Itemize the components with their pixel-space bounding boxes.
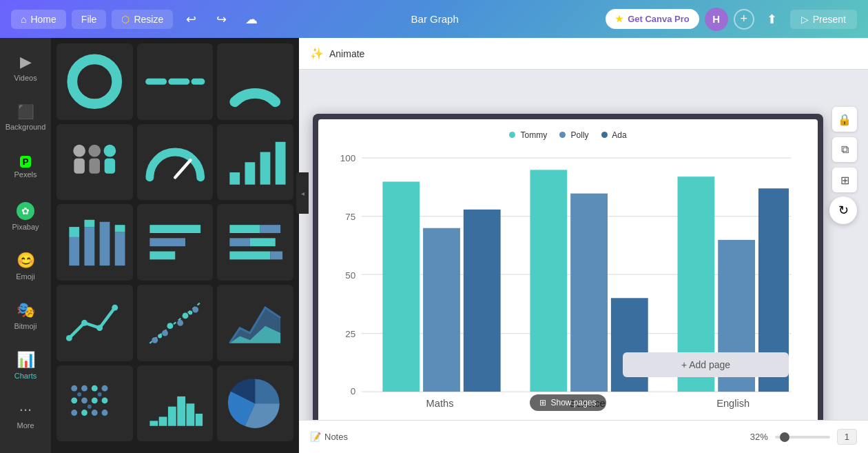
svg-rect-19: [115, 225, 125, 232]
resize-icon: ⬡: [121, 14, 130, 25]
asset-line-chart[interactable]: [56, 285, 133, 361]
add-collaborator-button[interactable]: +: [734, 9, 754, 30]
chart-card[interactable]: Tommy Polly Ada 100 75 50 25 0: [313, 114, 823, 433]
svg-line-8: [175, 160, 190, 177]
svg-rect-16: [85, 220, 95, 227]
svg-point-34: [152, 337, 158, 343]
svg-rect-20: [149, 225, 200, 234]
header: ⌂ Home File ⬡ Resize ↩ ↪ ☁ Bar Graph ★ G…: [0, 0, 868, 38]
emoji-icon: 😊: [17, 252, 35, 270]
bar-science-ada: [611, 298, 648, 392]
share-button[interactable]: ⬆: [760, 7, 785, 32]
svg-rect-3: [74, 158, 84, 173]
sidebar-item-emoji[interactable]: 😊 Emoji: [1, 242, 50, 290]
svg-point-44: [71, 385, 77, 391]
svg-point-51: [102, 397, 108, 403]
animate-icon: ✨: [310, 47, 324, 60]
legend-tommy: Tommy: [509, 130, 547, 140]
sidebar-item-pixabay[interactable]: ✿ Pixabay: [1, 192, 50, 241]
asset-arc[interactable]: [217, 43, 293, 120]
svg-rect-9: [230, 172, 240, 185]
svg-rect-61: [168, 406, 176, 425]
svg-point-48: [71, 397, 77, 403]
grid-icon: ⊞: [539, 398, 546, 407]
chart-inner: Tommy Polly Ada 100 75 50 25 0: [318, 119, 818, 427]
cloud-button[interactable]: ☁: [239, 7, 264, 32]
animate-bar: ✨ Animate: [299, 38, 868, 70]
svg-point-2: [73, 145, 85, 157]
notes-icon: 📝: [310, 432, 321, 442]
redo-button[interactable]: ↪: [209, 7, 234, 32]
asset-people[interactable]: [56, 124, 133, 201]
asset-area-chart[interactable]: [217, 285, 293, 361]
svg-point-39: [192, 307, 198, 313]
svg-point-45: [81, 385, 87, 391]
svg-point-56: [77, 392, 81, 396]
hide-panel-button[interactable]: ◂: [296, 172, 309, 214]
bottom-bar: 📝 Notes 32% 1: [299, 420, 868, 453]
bar-maths-tommy: [382, 181, 420, 392]
get-canva-button[interactable]: ★ Get Canva Pro: [606, 9, 699, 29]
svg-text:100: 100: [340, 153, 355, 163]
asset-stacked-horizontal[interactable]: [217, 204, 293, 281]
show-pages-button[interactable]: ⊞ Show pages: [530, 394, 606, 411]
undo-button[interactable]: ↩: [178, 7, 203, 32]
svg-rect-10: [245, 162, 256, 184]
svg-point-4: [88, 145, 101, 157]
svg-point-58: [87, 404, 92, 408]
sidebar-item-more[interactable]: ··· More: [1, 391, 50, 439]
bar-maths-ada: [464, 210, 501, 392]
asset-dash-line[interactable]: [137, 43, 214, 120]
bar-science-tommy: [530, 170, 567, 392]
asset-histogram[interactable]: [137, 365, 214, 442]
svg-point-40: [158, 334, 162, 339]
sidebar-item-charts[interactable]: 📊 Charts: [1, 341, 50, 390]
sidebar-item-bitmoji[interactable]: 🎭 Bitmoji: [1, 292, 50, 340]
refresh-button[interactable]: ↻: [829, 197, 857, 224]
svg-rect-11: [260, 152, 271, 184]
svg-text:25: 25: [345, 329, 355, 339]
zoom-level: 32%: [750, 432, 768, 442]
file-button[interactable]: File: [72, 10, 107, 29]
legend-ada: Ada: [601, 130, 627, 140]
page-counter: 1: [837, 429, 857, 445]
duplicate-button[interactable]: ⧉: [832, 137, 857, 162]
sidebar-item-background[interactable]: ⬛ Background: [1, 93, 50, 141]
sidebar-item-videos[interactable]: ▶ Videos: [1, 43, 50, 92]
chart-legend: Tommy Polly Ada: [332, 130, 804, 140]
sidebar-item-pexels[interactable]: P Pexels: [1, 143, 50, 191]
svg-point-49: [81, 397, 87, 403]
asset-speedometer[interactable]: [137, 124, 214, 201]
svg-rect-12: [276, 141, 286, 184]
asset-grid: [51, 38, 299, 447]
svg-rect-26: [250, 239, 276, 247]
more-icon: ···: [19, 401, 32, 419]
asset-dot-grid[interactable]: [56, 365, 133, 442]
bitmoji-icon: 🎭: [17, 301, 35, 319]
svg-rect-59: [149, 421, 158, 425]
asset-bar-rising[interactable]: [217, 124, 293, 201]
add-page-button[interactable]: + Add page: [623, 352, 789, 377]
notes-button[interactable]: 📝 Notes: [310, 432, 348, 442]
asset-donut-full[interactable]: [56, 43, 133, 120]
animate-button[interactable]: Animate: [329, 48, 364, 59]
zoom-slider[interactable]: [775, 436, 830, 439]
resize-button[interactable]: ⬡ Resize: [112, 10, 173, 29]
present-button[interactable]: ▷ Present: [790, 10, 857, 29]
asset-pie-chart[interactable]: [217, 365, 293, 442]
lock-button[interactable]: 🔒: [832, 107, 857, 132]
asset-stacked-bar[interactable]: [56, 204, 133, 281]
home-button[interactable]: ⌂ Home: [11, 10, 66, 29]
svg-point-31: [96, 325, 103, 331]
asset-scatter-chart[interactable]: [137, 285, 214, 361]
more-options-button[interactable]: ⊞: [832, 168, 857, 192]
bar-science-polly: [570, 194, 608, 392]
svg-point-36: [167, 323, 173, 329]
star-icon: ★: [615, 14, 623, 24]
asset-horizontal-bar[interactable]: [137, 204, 214, 281]
svg-point-47: [102, 385, 108, 391]
sidebar: ▶ Videos ⬛ Background P Pexels ✿ Pixabay…: [0, 38, 51, 453]
avatar: H: [705, 8, 728, 31]
top-right-toolbar: 🔒 ⧉ ⊞: [832, 107, 857, 192]
svg-point-54: [92, 410, 98, 416]
